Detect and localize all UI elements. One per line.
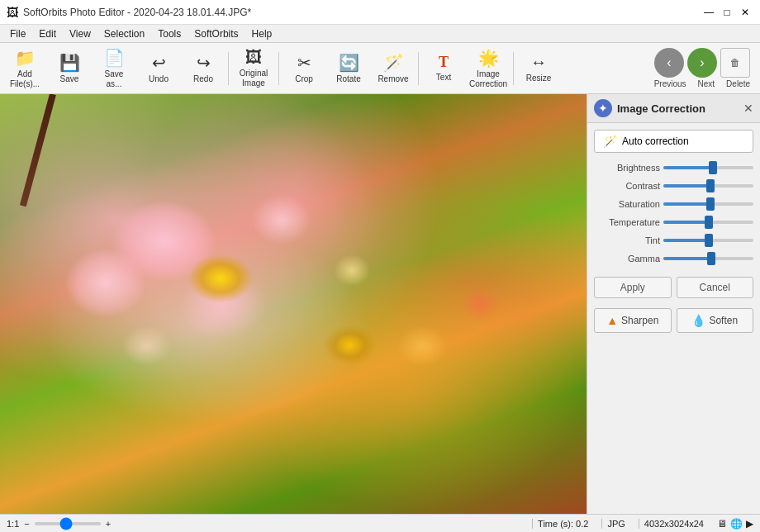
sharpen-label: Sharpen <box>621 315 658 326</box>
redo-label: Redo <box>193 74 213 84</box>
status-format: JPG <box>601 519 629 529</box>
add-files-toolbar-btn[interactable]: 📁Add File(s)... <box>3 45 46 92</box>
contrast-label: Contrast <box>594 181 660 191</box>
contrast-row: Contrast <box>594 181 753 191</box>
contrast-track[interactable] <box>663 184 753 188</box>
crop-label: Crop <box>295 74 313 84</box>
apply-button[interactable]: Apply <box>594 277 672 298</box>
image-correction-toolbar-btn[interactable]: 🌟Image Correction <box>467 45 510 92</box>
redo-toolbar-btn[interactable]: ↪Redo <box>182 45 225 92</box>
status-bar: 1:1 − + Time (s): 0.2 JPG 4032x3024x24 🖥… <box>0 514 760 532</box>
saturation-row: Saturation <box>594 199 753 209</box>
rotate-toolbar-btn[interactable]: 🔄Rotate <box>327 45 370 92</box>
status-dimensions: 4032x3024x24 <box>639 519 709 529</box>
resize-toolbar-btn[interactable]: ↔Resize <box>517 45 560 92</box>
gamma-track[interactable] <box>663 257 753 260</box>
tint-track[interactable] <box>663 239 753 242</box>
save-icon: 💾 <box>59 53 80 73</box>
sharpen-button[interactable]: ▲ Sharpen <box>594 308 672 333</box>
saturation-track[interactable] <box>663 202 753 206</box>
soften-button[interactable]: 💧 Soften <box>677 308 754 333</box>
saturation-thumb[interactable] <box>706 197 715 211</box>
zoom-level: 1:1 <box>7 519 19 529</box>
nav-group: ‹ › 🗑 Previous Next Delete <box>654 48 750 88</box>
menu-item-softorbits[interactable]: SoftOrbits <box>188 26 245 41</box>
main-content: ✦ Image Correction ✕ 🪄 Auto correction B… <box>0 94 760 514</box>
tint-thumb[interactable] <box>705 234 713 247</box>
resize-label: Resize <box>526 74 552 83</box>
menu-item-tools[interactable]: Tools <box>151 26 188 41</box>
remove-toolbar-btn[interactable]: 🪄Remove <box>372 45 415 92</box>
window-title: SoftOrbits Photo Editor - 2020-04-23 18.… <box>23 7 251 18</box>
save-as-toolbar-btn[interactable]: 📄Save as... <box>93 45 135 92</box>
brightness-thumb[interactable] <box>709 161 717 174</box>
temperature-row: Temperature <box>594 217 753 227</box>
save-label: Save <box>60 74 79 84</box>
toolbar-separator-10 <box>513 52 514 85</box>
image-area <box>0 94 587 514</box>
temperature-fill <box>663 221 709 224</box>
delete-label: Delete <box>726 79 750 88</box>
menu-item-edit[interactable]: Edit <box>32 26 63 41</box>
status-icons-group: 🖥 🌐 ▶ <box>717 518 753 530</box>
next-button[interactable]: › <box>687 48 717 78</box>
delete-button[interactable]: 🗑 <box>720 48 750 78</box>
original-toolbar-btn[interactable]: 🖼Original Image <box>232 45 275 92</box>
brightness-label: Brightness <box>594 163 660 173</box>
toolbox-panel: ✦ Image Correction ✕ 🪄 Auto correction B… <box>587 94 760 514</box>
save-toolbar-btn[interactable]: 💾Save <box>48 45 91 92</box>
original-label: Original Image <box>240 69 268 88</box>
maximize-button[interactable]: □ <box>719 4 735 21</box>
previous-button[interactable]: ‹ <box>654 48 684 78</box>
temperature-track[interactable] <box>663 221 753 224</box>
save-as-label: Save as... <box>105 69 124 89</box>
toolbar-buttons-group: 📁Add File(s)...💾Save📄Save as...↩Undo↪Red… <box>3 45 560 92</box>
zoom-minus-icon[interactable]: − <box>22 519 31 529</box>
saturation-label: Saturation <box>594 199 660 209</box>
text-toolbar-btn[interactable]: TText <box>422 45 465 92</box>
app-logo-icon: 🖼 <box>7 6 18 19</box>
zoom-control: 1:1 − + <box>7 519 112 529</box>
toolbar: 📁Add File(s)...💾Save📄Save as...↩Undo↪Red… <box>0 43 760 94</box>
menu-item-selection[interactable]: Selection <box>97 26 151 41</box>
menu-item-view[interactable]: View <box>63 26 97 41</box>
tint-label: Tint <box>594 235 660 245</box>
soften-label: Soften <box>709 315 738 326</box>
flower-overlay <box>0 94 587 514</box>
zoom-plus-icon[interactable]: + <box>104 519 112 529</box>
add-files-label: Add File(s)... <box>10 69 40 89</box>
text-icon: T <box>439 54 449 71</box>
undo-label: Undo <box>149 74 169 84</box>
minimize-button[interactable]: — <box>701 4 717 21</box>
cancel-button[interactable]: Cancel <box>677 277 754 298</box>
gamma-thumb[interactable] <box>707 252 715 265</box>
menu-item-help[interactable]: Help <box>245 26 279 41</box>
crop-toolbar-btn[interactable]: ✂Crop <box>283 45 325 92</box>
gamma-row: Gamma <box>594 254 753 264</box>
auto-correction-button[interactable]: 🪄 Auto correction <box>594 130 753 153</box>
menu-item-file[interactable]: File <box>3 26 32 41</box>
close-button[interactable]: ✕ <box>737 4 753 21</box>
toolbar-separator-8 <box>418 52 419 85</box>
gamma-fill <box>663 257 711 260</box>
tint-row: Tint <box>594 235 753 245</box>
brightness-track[interactable] <box>663 166 753 169</box>
original-icon: 🖼 <box>245 48 262 67</box>
add-files-icon: 📁 <box>15 48 36 68</box>
title-bar: 🖼 SoftOrbits Photo Editor - 2020-04-23 1… <box>0 0 760 25</box>
undo-icon: ↩ <box>152 53 166 73</box>
saturation-fill <box>663 202 710 206</box>
undo-toolbar-btn[interactable]: ↩Undo <box>137 45 180 92</box>
text-label: Text <box>436 73 451 83</box>
previous-label: Previous <box>654 79 686 88</box>
stamens-overlay <box>188 254 254 303</box>
contrast-thumb[interactable] <box>706 179 715 192</box>
remove-icon: 🪄 <box>383 53 404 73</box>
toolbar-separator-5 <box>278 52 279 85</box>
status-time: Time (s): 0.2 <box>532 519 593 529</box>
temperature-thumb[interactable] <box>705 216 713 229</box>
zoom-slider[interactable] <box>35 522 101 525</box>
toolbox-close-button[interactable]: ✕ <box>743 102 753 115</box>
sliders-group: Brightness Contrast Saturation <box>594 159 753 267</box>
next-label: Next <box>698 79 715 88</box>
